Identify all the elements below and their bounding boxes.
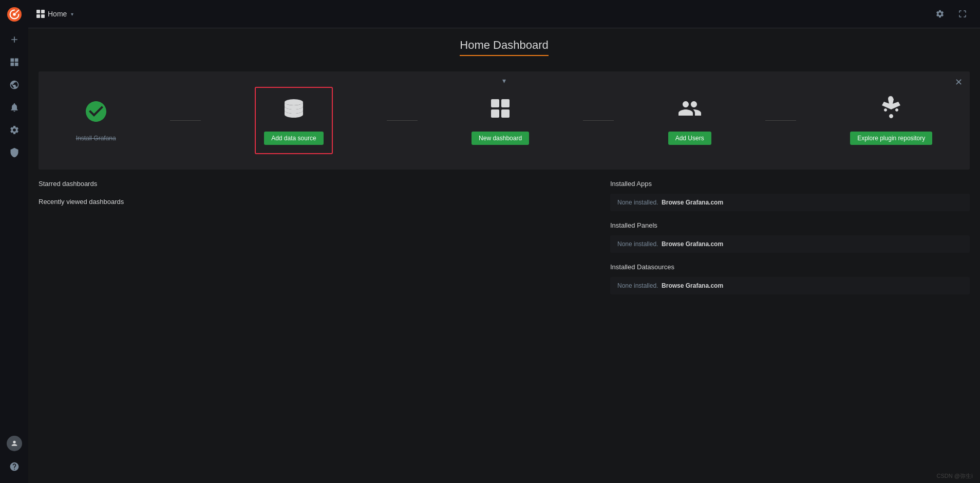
kiosk-button[interactable] — [953, 5, 972, 23]
starred-title: Starred dashboards — [39, 180, 600, 188]
explore-plugins-button[interactable]: Explore plugin repository — [850, 132, 932, 145]
settings-button[interactable] — [931, 5, 949, 23]
sidebar — [0, 0, 28, 483]
page-header: Home Dashboard — [28, 39, 980, 56]
installed-panels-row: None installed. Browse Grafana.com — [610, 235, 970, 253]
svg-point-2 — [13, 441, 15, 443]
sidebar-item-configuration[interactable] — [0, 119, 28, 141]
sidebar-item-explore[interactable] — [0, 73, 28, 96]
svg-rect-7 — [501, 109, 510, 118]
page-title: Home Dashboard — [460, 39, 548, 56]
users-icon — [677, 96, 702, 125]
user-avatar[interactable] — [7, 436, 22, 451]
steps-row: Install Grafana Add data source — [49, 87, 959, 154]
getting-started-panel: ▾ ✕ Install Grafana — [39, 71, 970, 170]
svg-rect-5 — [501, 99, 510, 107]
main-content: Home ▾ Home Dashboard ▾ ✕ — [28, 0, 980, 483]
collapse-icon[interactable]: ▾ — [502, 77, 506, 85]
close-button[interactable]: ✕ — [955, 77, 963, 88]
topbar-home-label: Home — [48, 10, 67, 18]
step-users: Add Users — [668, 96, 711, 145]
connector-3 — [583, 120, 614, 121]
installed-panels-section: Installed Panels None installed. Browse … — [610, 221, 970, 253]
connector-4 — [765, 120, 796, 121]
sidebar-item-new[interactable] — [0, 28, 28, 51]
connector-1 — [170, 120, 201, 121]
installed-datasources-section: Installed Datasources None installed. Br… — [610, 263, 970, 294]
datasource-icon — [281, 96, 306, 125]
installed-apps-row: None installed. Browse Grafana.com — [610, 194, 970, 211]
two-col-layout: Starred dashboards Recently viewed dashb… — [39, 180, 970, 305]
grafana-logo[interactable] — [0, 0, 28, 28]
add-users-button[interactable]: Add Users — [668, 132, 711, 145]
installed-datasources-none: None installed. — [617, 282, 658, 289]
installed-datasources-title: Installed Datasources — [610, 263, 970, 271]
dashboard-step-icon — [488, 96, 513, 125]
sidebar-item-help[interactable] — [0, 455, 28, 478]
topbar: Home ▾ — [28, 0, 980, 28]
installed-panels-browse-link[interactable]: Browse Grafana.com — [662, 240, 723, 248]
recent-title: Recently viewed dashboards — [39, 198, 600, 206]
topbar-actions — [931, 5, 972, 23]
plugins-icon — [879, 96, 903, 125]
step-datasource: Add data source — [255, 87, 332, 154]
grid-icon — [36, 10, 45, 18]
sidebar-item-alerting[interactable] — [0, 96, 28, 119]
installed-apps-section: Installed Apps None installed. Browse Gr… — [610, 180, 970, 211]
watermark: CSDN @弥生ì — [937, 472, 973, 480]
topbar-caret-icon: ▾ — [71, 11, 73, 17]
step-dashboard: New dashboard — [472, 96, 529, 145]
connector-2 — [387, 120, 418, 121]
installed-datasources-row: None installed. Browse Grafana.com — [610, 277, 970, 294]
installed-apps-browse-link[interactable]: Browse Grafana.com — [662, 199, 723, 206]
svg-rect-4 — [491, 99, 499, 107]
step-plugins: Explore plugin repository — [850, 96, 932, 145]
new-dashboard-button[interactable]: New dashboard — [472, 132, 529, 145]
step-install: Install Grafana — [76, 99, 116, 142]
page-content: Home Dashboard ▾ ✕ Install Grafana — [28, 28, 980, 483]
installed-apps-none: None installed. — [617, 199, 658, 206]
installed-panels-title: Installed Panels — [610, 221, 970, 229]
step-install-label: Install Grafana — [76, 135, 116, 142]
left-column: Starred dashboards Recently viewed dashb… — [39, 180, 610, 305]
svg-point-1 — [13, 13, 16, 16]
installed-panels-none: None installed. — [617, 240, 658, 248]
right-column: Installed Apps None installed. Browse Gr… — [610, 180, 970, 305]
home-nav[interactable]: Home ▾ — [36, 10, 73, 18]
installed-apps-title: Installed Apps — [610, 180, 970, 188]
add-datasource-button[interactable]: Add data source — [264, 132, 323, 145]
svg-rect-6 — [491, 109, 499, 118]
sidebar-item-dashboards[interactable] — [0, 51, 28, 73]
installed-datasources-browse-link[interactable]: Browse Grafana.com — [662, 282, 723, 289]
check-icon — [84, 99, 108, 128]
svg-point-3 — [285, 99, 303, 105]
sidebar-item-shield[interactable] — [0, 141, 28, 164]
